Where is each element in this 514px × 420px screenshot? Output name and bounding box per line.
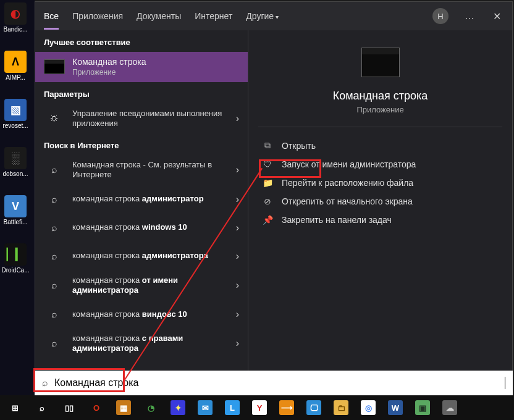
preview-thumb-icon [361,48,400,77]
shortcut-icon: ▧ [4,99,27,121]
taskbar-yandex[interactable]: Y [246,395,273,420]
shortcut-icon: ◐ [4,2,27,25]
desktop-shortcut[interactable]: ░dobson... [0,147,31,185]
taskbar-taskview[interactable]: ▯▯ [56,395,83,420]
web-result-row[interactable]: ⌕ командная строка windows 10 › [35,214,248,242]
params-row[interactable]: ⛭ Управление псевдонимами выполнения при… [35,104,248,134]
chevron-right-icon: › [234,164,242,175]
taskbar-search[interactable]: ⌕ [28,395,56,420]
shortcut-icon: ▏▎ [4,243,27,266]
action-4[interactable]: 📌Закрепить на панели задач [258,211,502,229]
web-result-row[interactable]: ⌕ командная строка администратора › [35,242,248,271]
action-list: ⧉Открыть🛡Запуск от имени администратора📁… [258,127,502,229]
shortcut-icon: ░ [4,147,27,169]
search-icon: ⌕ [44,305,65,324]
preview-subtitle: Приложение [356,105,403,114]
web-result-row[interactable]: ⌕ командная строка с правами администрат… [35,329,248,359]
l-app-icon: L [225,400,240,415]
opera-icon: O [89,400,104,415]
taskbar-desktop[interactable]: 🖵 [300,395,327,420]
action-3[interactable]: ⊘Открепить от начального экрана [258,192,502,211]
shortcut-label: dobson... [0,170,32,177]
yandex-icon: Y [252,400,267,415]
desktop-shortcut[interactable]: ◐Bandic... [0,2,31,41]
desktop-shortcut[interactable]: ▏▎DroidCa... [0,243,31,282]
shortcut-label: DroidCa... [0,267,32,274]
preview-column: Командная строка Приложение ⧉Открыть🛡Зап… [248,30,512,395]
action-icon: 📌 [262,215,273,225]
taskbar-word[interactable]: W [382,395,409,420]
shortcut-label: revoset... [0,122,32,129]
chevron-right-icon: › [234,309,242,320]
files-icon: ▦ [116,400,131,415]
action-label: Открыть [282,141,316,151]
best-match-row[interactable]: Командная строка Приложение [35,52,248,82]
web-result-row[interactable]: ⌕ командная строка администратор › [35,185,248,214]
action-1[interactable]: 🛡Запуск от имени администратора [258,155,502,174]
web-result-row[interactable]: ⌕ командная строка виндовс 10 › [35,300,248,329]
taskview-icon: ▯▯ [62,400,77,415]
taskbar-opera[interactable]: O [83,395,110,420]
settings-icon: ⛭ [44,109,65,128]
tab-Другие[interactable]: Другие [246,9,279,23]
search-input[interactable] [54,377,506,388]
desktop-shortcut[interactable]: VBattlefi... [0,195,31,233]
params-header: Параметры [35,82,248,104]
shortcut-icon: Λ [4,51,27,73]
taskbar-start[interactable]: ⊞ [1,395,28,420]
app1-icon: ✦ [171,400,185,415]
web-result-row[interactable]: ⌕ командная строка от имени администрато… [35,271,248,301]
taskbar-browser[interactable]: ◔ [137,395,164,420]
search-icon: ⌕ [44,334,65,353]
desktop-shortcut[interactable]: ΛAIMP... [0,51,31,89]
more-icon[interactable]: … [462,10,477,22]
search-icon: ⌕ [35,400,49,415]
chevron-right-icon: › [234,280,242,291]
search-panel: ВсеПриложенияДокументыИнтернетДругие Н …… [35,1,513,395]
taskbar-app4[interactable]: ☁ [436,395,463,420]
action-0[interactable]: ⧉Открыть [258,136,502,155]
taskbar: ⊞⌕▯▯O▦◔✦✉LY⟶🖵🗀◎W▣☁ [0,395,514,420]
action-2[interactable]: 📁Перейти к расположению файла [258,174,502,192]
web-header: Поиск в Интернете [35,133,248,155]
mail-icon: ✉ [198,400,213,415]
action-icon: 📁 [262,178,273,188]
shortcut-label: AIMP... [0,74,32,81]
chevron-right-icon: › [234,338,242,349]
close-icon[interactable]: ✕ [491,10,503,22]
chrome-icon: ◎ [361,400,376,415]
chevron-right-icon: › [234,251,242,262]
tab-Приложения[interactable]: Приложения [72,9,123,23]
cmd-icon [44,57,65,76]
action-label: Запуск от имени администратора [282,159,416,169]
taskbar-mail[interactable]: ✉ [192,395,219,420]
word-icon: W [388,400,403,415]
chevron-right-icon: › [234,222,242,233]
shortcut-icon: V [4,195,27,217]
taskbar-explorer[interactable]: 🗀 [327,395,355,420]
taskbar-app1[interactable]: ✦ [164,395,192,420]
web-result-text: Командная строка - См. результаты в Инте… [72,160,226,180]
web-result-text: командная строка виндовс 10 [72,309,226,319]
explorer-icon: 🗀 [334,400,348,415]
tab-Документы[interactable]: Документы [137,9,181,23]
taskbar-app2[interactable]: ⟶ [273,395,300,420]
taskbar-chrome[interactable]: ◎ [355,395,382,420]
search-bar[interactable]: ⌕ [35,371,513,395]
desktop-shortcut[interactable]: ▧revoset... [0,99,31,137]
tab-Интернет[interactable]: Интернет [195,9,232,23]
web-result-text: командная строка администратор [72,194,226,204]
browser-icon: ◔ [143,400,158,415]
web-result-text: командная строка администратора [72,251,226,261]
taskbar-files[interactable]: ▦ [110,395,137,420]
tab-Все[interactable]: Все [44,9,59,23]
taskbar-app3[interactable]: ▣ [409,395,436,420]
results-column: Лучшее соответствие Командная строка При… [35,30,248,395]
user-avatar[interactable]: Н [432,8,449,24]
shortcut-label: Bandic... [0,26,32,33]
app3-icon: ▣ [415,400,430,415]
text-cursor [505,377,505,389]
preview-box: Командная строка Приложение [258,41,502,127]
web-result-row[interactable]: ⌕ Командная строка - См. результаты в Ин… [35,155,248,185]
taskbar-l-app[interactable]: L [219,395,246,420]
